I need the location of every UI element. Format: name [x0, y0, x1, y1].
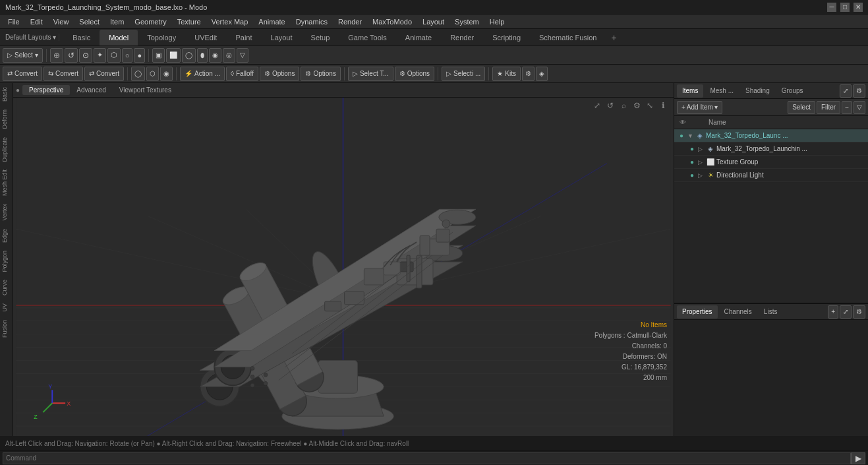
sphere-btn[interactable]: ◯	[182, 48, 196, 63]
vp-info-icon[interactable]: ℹ	[658, 100, 668, 111]
tab-basic[interactable]: Basic	[63, 30, 100, 46]
disc-btn[interactable]: ◉	[160, 67, 173, 81]
eye-icon-3[interactable]: ●	[687, 171, 697, 180]
sidebar-item-polygon[interactable]: Polygon	[0, 247, 13, 276]
select-button[interactable]: ▷ Select ▾	[3, 48, 43, 63]
tool-btn-4[interactable]: ✦	[94, 48, 106, 63]
options-btn-2[interactable]: ⚙ Options	[301, 67, 340, 81]
tool-btn-6[interactable]: ○	[122, 48, 133, 63]
convert-btn-1[interactable]: ⇄ Convert	[3, 67, 42, 81]
vp-search-icon[interactable]: ⌕	[618, 100, 629, 111]
tab-animate[interactable]: Animate	[396, 30, 441, 46]
item-row-3[interactable]: ● ▷ ☀ Directional Light	[674, 169, 868, 182]
menu-layout[interactable]: Layout	[417, 15, 449, 29]
tab-add-button[interactable]: +	[606, 32, 622, 43]
close-button[interactable]: ✕	[854, 3, 863, 12]
tab-topology[interactable]: Topology	[138, 30, 185, 46]
convert-btn-3[interactable]: ⇄ Convert	[84, 67, 124, 81]
rt-tab-mesh[interactable]: Mesh ...	[705, 84, 739, 98]
rt-expand-btn[interactable]: ⤢	[840, 84, 852, 98]
sidebar-item-basic[interactable]: Basic	[0, 83, 13, 106]
tab-schematic[interactable]: Schematic Fusion	[530, 30, 606, 46]
torus-btn[interactable]: ◎	[223, 48, 235, 63]
tool-btn-1[interactable]: ⊕	[50, 48, 63, 63]
menu-texture[interactable]: Texture	[172, 15, 206, 29]
prop-tab-lists[interactable]: Lists	[759, 305, 783, 319]
rt-settings-btn[interactable]: ⚙	[853, 84, 865, 98]
box-btn[interactable]: ▣	[152, 48, 165, 63]
tab-scripting[interactable]: Scripting	[483, 30, 530, 46]
add-item-button[interactable]: + Add Item ▾	[677, 101, 722, 114]
rt-tab-items[interactable]: Items	[677, 84, 703, 98]
vp-tab-advanced[interactable]: Advanced	[70, 85, 112, 95]
tab-uvedit[interactable]: UVEdit	[185, 30, 226, 46]
sidebar-item-fusion[interactable]: Fusion	[0, 316, 13, 342]
eye-icon-2[interactable]: ●	[687, 158, 697, 167]
cube-btn[interactable]: ⬜	[166, 48, 181, 63]
tool-btn-7[interactable]: ●	[134, 48, 145, 63]
menu-help[interactable]: Help	[484, 15, 510, 29]
eye-icon-1[interactable]: ●	[687, 144, 697, 154]
rt-tab-groups[interactable]: Groups	[776, 84, 809, 98]
menu-geometry[interactable]: Geometry	[129, 15, 171, 29]
item-row-1[interactable]: ● ▷ ◈ Mark_32_Torpedo_Launchin ...	[674, 142, 868, 156]
menu-dynamics[interactable]: Dynamics	[291, 15, 333, 29]
tool-btn-3[interactable]: ⊙	[79, 48, 92, 63]
menu-maxtomodo[interactable]: MaxToModo	[367, 15, 417, 29]
menu-view[interactable]: View	[48, 15, 74, 29]
tab-render[interactable]: Render	[441, 30, 483, 46]
vp-refresh-icon[interactable]: ↺	[605, 100, 616, 111]
viewport-canvas[interactable]: X Y Z ⤢ ↺ ⌕ ⚙ ⤡ ℹ No Items Polygons : Ca…	[13, 98, 674, 436]
command-run-button[interactable]: ▶	[851, 452, 865, 464]
sidebar-item-edge[interactable]: Edge	[0, 225, 13, 247]
tab-gametools[interactable]: Game Tools	[339, 30, 396, 46]
sidebar-item-duplicate[interactable]: Duplicate	[0, 133, 13, 166]
viewport[interactable]: ● Perspective Advanced Viewport Textures	[13, 83, 674, 436]
tab-paint[interactable]: Paint	[226, 30, 261, 46]
prop-tab-channels[interactable]: Channels	[719, 305, 757, 319]
prop-tab-properties[interactable]: Properties	[677, 305, 718, 319]
options-btn-3[interactable]: ⚙ Options	[395, 67, 434, 81]
extra-btn[interactable]: ◈	[536, 67, 548, 81]
eye-icon-0[interactable]: ●	[677, 131, 686, 140]
rt-minus-btn[interactable]: −	[842, 101, 852, 114]
menu-item[interactable]: Item	[105, 15, 129, 29]
rt-filter-icon-btn[interactable]: ▽	[854, 101, 865, 114]
sphere-sm-btn[interactable]: ◯	[131, 67, 145, 81]
item-row-2[interactable]: ● ▷ ⬜ Texture Group	[674, 156, 868, 169]
menu-select[interactable]: Select	[74, 15, 105, 29]
expand-icon-0[interactable]: ▼	[687, 133, 694, 139]
kits-btn[interactable]: ★ Kits	[492, 67, 521, 81]
prop-expand-btn[interactable]: ⤢	[840, 305, 852, 319]
settings-btn[interactable]: ⚙	[522, 67, 535, 81]
tab-setup[interactable]: Setup	[302, 30, 339, 46]
cone-btn[interactable]: ▽	[237, 48, 248, 63]
disk-btn[interactable]: ◉	[209, 48, 221, 63]
select-items-button[interactable]: Select	[788, 101, 815, 114]
menu-edit[interactable]: Edit	[25, 15, 48, 29]
vp-settings-icon[interactable]: ⚙	[631, 100, 642, 111]
capsule-btn[interactable]: ⬮	[197, 48, 208, 63]
options-btn-1[interactable]: ⚙ Options	[260, 67, 299, 81]
sidebar-item-meshedit[interactable]: Mesh Edit	[0, 166, 13, 200]
vp-arrows-icon[interactable]: ⤡	[645, 100, 655, 111]
maximize-button[interactable]: □	[840, 3, 850, 12]
minimize-button[interactable]: ─	[827, 3, 836, 12]
prop-settings-btn[interactable]: ⚙	[853, 305, 865, 319]
expand-icon-3[interactable]: ▷	[698, 172, 705, 179]
expand-icon-2[interactable]: ▷	[698, 159, 705, 166]
menu-file[interactable]: File	[3, 15, 25, 29]
action-btn[interactable]: ⚡ Action ...	[180, 67, 225, 81]
vp-tab-perspective[interactable]: Perspective	[22, 85, 70, 95]
menu-render[interactable]: Render	[333, 15, 367, 29]
menu-animate[interactable]: Animate	[253, 15, 290, 29]
sidebar-item-curve[interactable]: Curve	[0, 276, 13, 299]
expand-icon-1[interactable]: ▷	[698, 146, 705, 152]
rt-tab-shading[interactable]: Shading	[740, 84, 775, 98]
selecti-btn[interactable]: ▷ Selecti ...	[442, 67, 485, 81]
falloff-btn[interactable]: ◊ Falloff	[226, 67, 258, 81]
item-row-0[interactable]: ● ▼ ◈ Mark_32_Torpedo_Launc ...	[674, 129, 868, 142]
prop-add-btn[interactable]: +	[828, 305, 838, 319]
tool-btn-5[interactable]: ⬡	[107, 48, 121, 63]
sidebar-item-vertex[interactable]: Vertex	[0, 200, 13, 225]
